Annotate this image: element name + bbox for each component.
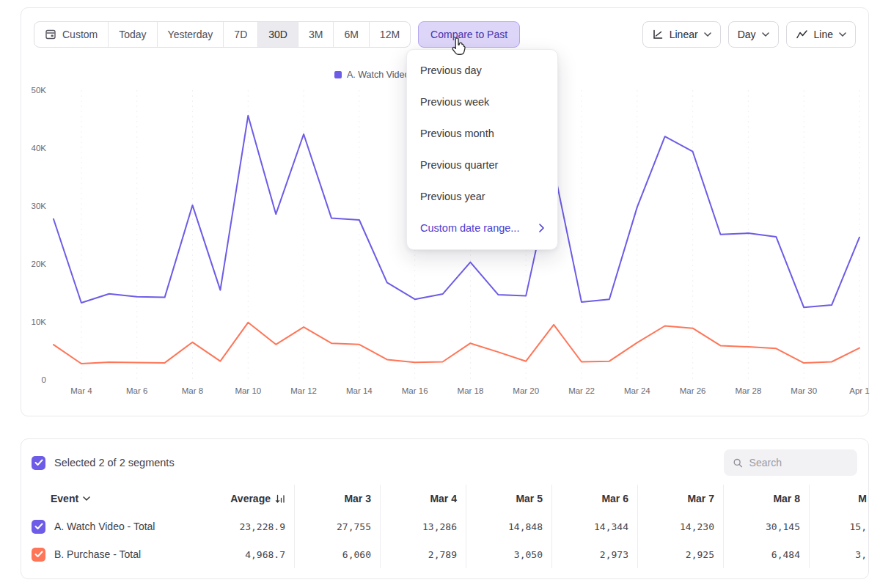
value-cell: 6,484 bbox=[723, 540, 809, 568]
search-icon bbox=[733, 457, 744, 469]
selected-count-label: Selected 2 of 2 segments bbox=[54, 457, 175, 468]
column-header-mar-4[interactable]: Mar 4 bbox=[380, 485, 466, 512]
event-header-label: Event bbox=[51, 493, 78, 504]
toolbar: Custom TodayYesterday7D30D3M6M12M Compar… bbox=[34, 21, 856, 48]
event-label: A. Watch Video - Total bbox=[54, 521, 155, 532]
menu-item-previous-quarter[interactable]: Previous quarter bbox=[407, 149, 557, 180]
event-column-header[interactable]: Event bbox=[21, 485, 215, 512]
y-tick-label: 30K bbox=[32, 202, 47, 210]
chevron-down-icon bbox=[704, 32, 711, 37]
select-all-checkbox[interactable] bbox=[32, 456, 45, 470]
segments-header: Selected 2 of 2 segments bbox=[32, 449, 857, 477]
chevron-down-icon bbox=[839, 32, 846, 37]
x-tick-label: Mar 14 bbox=[346, 386, 373, 395]
granularity-dropdown[interactable]: Day bbox=[728, 21, 779, 48]
menu-item-previous-day[interactable]: Previous day bbox=[407, 54, 557, 86]
x-tick-label: Mar 10 bbox=[235, 386, 261, 395]
table-head: Event Average Mar 3Mar 4Mar 5Mar 6Mar 7M… bbox=[21, 485, 868, 512]
linear-axis-icon bbox=[652, 29, 664, 40]
value-cell: 6,060 bbox=[294, 540, 380, 568]
search-input[interactable] bbox=[749, 457, 848, 468]
value-cell-cut: 15, bbox=[809, 512, 868, 540]
value-cell: 14,230 bbox=[637, 512, 723, 540]
menu-item-custom-date-range[interactable]: Custom date range... bbox=[407, 212, 557, 243]
check-icon bbox=[34, 523, 43, 530]
event-label: B. Purchase - Total bbox=[54, 548, 141, 560]
value-cell: 14,848 bbox=[466, 512, 551, 540]
scale-dropdown[interactable]: Linear bbox=[642, 21, 721, 48]
x-tick-label: Mar 6 bbox=[126, 386, 147, 395]
line-chart-icon bbox=[796, 29, 808, 40]
column-header-cut: M bbox=[809, 485, 868, 512]
value-cell-cut: 3, bbox=[809, 540, 868, 568]
compare-to-past-button[interactable]: Compare to Past bbox=[418, 21, 520, 48]
segments-table: Event Average Mar 3Mar 4Mar 5Mar 6Mar 7M… bbox=[21, 485, 868, 568]
series-line-b-purchase-total[interactable] bbox=[54, 323, 859, 364]
y-tick-label: 20K bbox=[32, 260, 47, 268]
average-cell: 23,228.9 bbox=[215, 512, 294, 540]
custom-range-button[interactable]: Custom bbox=[34, 22, 108, 47]
row-checkbox[interactable] bbox=[32, 520, 45, 534]
column-header-mar-5[interactable]: Mar 5 bbox=[466, 485, 551, 512]
x-tick-label: Mar 4 bbox=[70, 386, 92, 395]
range-group: Custom TodayYesterday7D30D3M6M12M bbox=[34, 21, 411, 48]
table-row-a-watch-video-total: A. Watch Video - Total23,228.927,75513,2… bbox=[21, 512, 868, 540]
x-tick-label: Apr 1 bbox=[849, 386, 870, 395]
average-cell: 4,968.7 bbox=[215, 540, 294, 568]
y-tick-label: 10K bbox=[32, 317, 47, 326]
column-header-mar-8[interactable]: Mar 8 bbox=[723, 485, 809, 512]
x-tick-label: Mar 30 bbox=[791, 386, 817, 395]
y-tick-label: 0 bbox=[42, 375, 46, 384]
table-row-b-purchase-total: B. Purchase - Total4,968.76,0602,7893,05… bbox=[21, 540, 868, 568]
calendar-icon bbox=[45, 29, 56, 40]
row-checkbox[interactable] bbox=[32, 548, 45, 562]
sort-icon bbox=[275, 494, 285, 504]
value-cell: 2,789 bbox=[380, 540, 466, 568]
range-6m[interactable]: 6M bbox=[333, 22, 368, 47]
chevron-down-icon bbox=[762, 32, 769, 37]
chevron-down-icon bbox=[83, 496, 90, 501]
range-7d[interactable]: 7D bbox=[223, 22, 257, 47]
chart-type-label: Line bbox=[814, 29, 833, 40]
x-tick-label: Mar 28 bbox=[736, 386, 762, 395]
event-cell: B. Purchase - Total bbox=[21, 540, 215, 568]
range-yesterday[interactable]: Yesterday bbox=[157, 22, 224, 47]
y-tick-label: 50K bbox=[32, 86, 47, 95]
chart-type-dropdown[interactable]: Line bbox=[786, 21, 856, 48]
chart-card: Custom TodayYesterday7D30D3M6M12M Compar… bbox=[21, 7, 869, 416]
search-box[interactable] bbox=[724, 449, 857, 476]
x-tick-label: Mar 22 bbox=[568, 386, 595, 395]
x-tick-label: Mar 20 bbox=[513, 386, 539, 395]
menu-item-previous-week[interactable]: Previous week bbox=[407, 86, 557, 117]
x-tick-label: Mar 16 bbox=[402, 386, 428, 395]
column-header-mar-3[interactable]: Mar 3 bbox=[294, 485, 380, 512]
column-header-mar-7[interactable]: Mar 7 bbox=[637, 485, 723, 512]
compare-menu-items: Previous dayPrevious weekPrevious monthP… bbox=[407, 54, 557, 212]
y-tick-label: 40K bbox=[32, 144, 47, 152]
custom-date-range-label: Custom date range... bbox=[420, 222, 519, 234]
x-tick-label: Mar 18 bbox=[458, 386, 484, 395]
menu-item-previous-year[interactable]: Previous year bbox=[407, 180, 557, 212]
value-cell: 14,344 bbox=[551, 512, 637, 540]
range-today[interactable]: Today bbox=[108, 22, 156, 47]
x-tick-label: Mar 8 bbox=[182, 386, 203, 395]
check-icon bbox=[34, 459, 43, 466]
range-30d[interactable]: 30D bbox=[257, 22, 298, 47]
x-tick-label: Mar 12 bbox=[290, 386, 317, 395]
value-cell: 3,050 bbox=[466, 540, 551, 568]
range-12m[interactable]: 12M bbox=[369, 22, 410, 47]
custom-range-label: Custom bbox=[62, 29, 98, 40]
check-icon bbox=[34, 551, 43, 558]
average-column-header[interactable]: Average bbox=[215, 485, 294, 512]
event-cell: A. Watch Video - Total bbox=[21, 512, 215, 540]
segments-card: Selected 2 of 2 segments Event Average bbox=[21, 438, 869, 579]
value-cell: 27,755 bbox=[294, 512, 380, 540]
table-body: A. Watch Video - Total23,228.927,75513,2… bbox=[21, 512, 868, 568]
range-3m[interactable]: 3M bbox=[298, 22, 333, 47]
x-tick-label: Mar 26 bbox=[680, 386, 706, 395]
chevron-right-icon bbox=[539, 224, 544, 232]
menu-item-previous-month[interactable]: Previous month bbox=[407, 117, 557, 149]
column-header-mar-6[interactable]: Mar 6 bbox=[551, 485, 637, 512]
value-cell: 30,145 bbox=[723, 512, 809, 540]
value-cell: 2,973 bbox=[551, 540, 637, 568]
